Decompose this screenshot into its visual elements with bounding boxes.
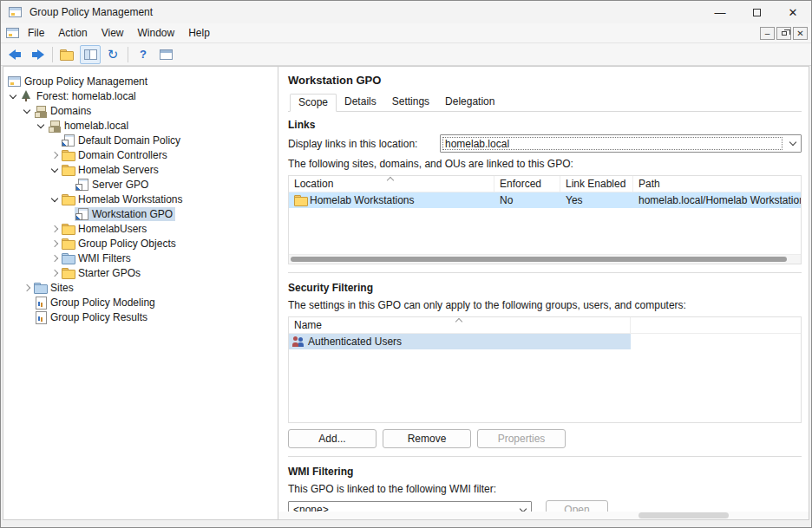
links-table-row[interactable]: Homelab Workstations No Yes homelab.loca…: [289, 192, 801, 208]
chevron-down-icon[interactable]: [21, 105, 33, 117]
console-icon: [8, 75, 21, 88]
column-header-location[interactable]: Location: [289, 176, 494, 192]
tab-delegation[interactable]: Delegation: [437, 94, 502, 111]
menu-file[interactable]: File: [21, 24, 51, 42]
tree-item-group-policy-objects[interactable]: Group Policy Objects: [3, 236, 278, 251]
tree-item-label: Starter GPOs: [78, 267, 141, 279]
scrollbar-thumb[interactable]: [638, 512, 729, 518]
minimize-button[interactable]: —: [702, 1, 738, 23]
combobox-dropdown-button[interactable]: [784, 135, 801, 152]
column-header-blank: [631, 317, 801, 333]
chevron-right-icon[interactable]: [21, 282, 33, 294]
tab-settings[interactable]: Settings: [384, 94, 437, 111]
tree-item-homelab-workstations[interactable]: Homelab Workstations: [3, 192, 278, 206]
tree-item-label: WMI Filters: [78, 252, 131, 264]
new-window-button[interactable]: [155, 45, 176, 64]
tree-item-wmi-filters[interactable]: WMI Filters: [3, 251, 278, 265]
toolbar-separator: [128, 47, 128, 62]
tree-item-group-policy-management[interactable]: Group Policy Management: [3, 74, 278, 88]
chevron-down-icon[interactable]: [35, 120, 47, 132]
detail-pane-horizontal-scrollbar[interactable]: [278, 512, 809, 519]
forward-button[interactable]: [27, 45, 48, 64]
chevron-right-icon[interactable]: [49, 252, 61, 264]
security-table-empty-area: [289, 349, 801, 422]
console-menu-icon[interactable]: [6, 27, 19, 39]
column-header-label: Enforced: [500, 178, 541, 190]
column-header-name[interactable]: Name: [289, 317, 631, 333]
tree-item-default-domain-policy[interactable]: Default Domain Policy: [3, 133, 278, 147]
up-one-level-button[interactable]: [57, 45, 78, 64]
tree-item-forest[interactable]: Forest: homelab.local: [3, 88, 278, 103]
mdi-minimize-button[interactable]: –: [760, 27, 775, 40]
security-row-label: Authenticated Users: [308, 336, 402, 348]
help-button[interactable]: ?: [133, 45, 154, 64]
column-header-enforced[interactable]: Enforced: [494, 176, 560, 192]
ou-icon: [62, 164, 75, 176]
links-table: Location Enforced Link Enabled Path Home…: [288, 175, 802, 264]
wmi-filtering-intro: This GPO is linked to the following WMI …: [288, 483, 802, 495]
menu-view[interactable]: View: [95, 24, 131, 42]
mdi-restore-button[interactable]: [776, 27, 791, 40]
column-header-link-enabled[interactable]: Link Enabled: [560, 176, 633, 192]
wmi-filters-icon: [62, 252, 75, 264]
content-area: Group Policy Management Forest: homelab.…: [1, 66, 811, 527]
forest-icon: [20, 90, 33, 102]
menu-window[interactable]: Window: [131, 24, 182, 42]
column-header-label: Location: [294, 178, 333, 190]
gpo-link-icon: [75, 208, 88, 220]
links-table-horizontal-scrollbar[interactable]: [289, 254, 801, 264]
tree-item-label: Forest: homelab.local: [36, 90, 136, 102]
maximize-button[interactable]: [738, 1, 775, 23]
cell-link-enabled: Yes: [560, 192, 633, 208]
column-header-path[interactable]: Path: [633, 176, 801, 192]
tree-item-label: Domains: [50, 105, 91, 117]
remove-button[interactable]: Remove: [383, 429, 471, 448]
mdi-close-button[interactable]: ✕: [793, 27, 808, 40]
tree-item-homelabusers[interactable]: HomelabUsers: [3, 221, 278, 236]
tab-details[interactable]: Details: [337, 94, 384, 111]
chevron-right-icon[interactable]: [49, 149, 61, 161]
location-combobox[interactable]: homelab.local: [440, 134, 802, 153]
restore-icon: [782, 31, 787, 36]
mdi-window-controls: – ✕: [760, 27, 808, 40]
tree-item-label: Workstation GPO: [92, 208, 173, 220]
tree-item-domain-controllers[interactable]: Domain Controllers: [3, 147, 278, 162]
tree-item-domains[interactable]: Domains: [3, 103, 278, 118]
tree-item-workstation-gpo[interactable]: Workstation GPO: [3, 206, 278, 221]
folder-up-icon: [60, 49, 73, 61]
chevron-right-icon[interactable]: [49, 223, 61, 235]
tree-item-label: Group Policy Objects: [78, 238, 176, 250]
column-header-label: Path: [638, 178, 660, 190]
menu-action[interactable]: Action: [51, 24, 94, 42]
gpo-folder-icon: [62, 238, 75, 250]
tree-item-homelab-servers[interactable]: Homelab Servers: [3, 162, 278, 177]
security-table-row[interactable]: Authenticated Users: [289, 334, 631, 349]
tree-item-sites[interactable]: Sites: [3, 280, 278, 295]
chevron-down-icon[interactable]: [49, 193, 61, 205]
scrollbar-thumb[interactable]: [291, 257, 787, 262]
users-group-icon: [292, 336, 305, 348]
tree-item-label: Server GPO: [92, 179, 148, 191]
tree-item-starter-gpos[interactable]: Starter GPOs: [3, 265, 278, 280]
properties-button[interactable]: Properties: [477, 429, 566, 448]
back-button[interactable]: [4, 45, 25, 64]
tree-item-group-policy-results[interactable]: Group Policy Results: [3, 310, 278, 324]
app-icon: [9, 6, 22, 18]
chevron-right-icon[interactable]: [49, 267, 61, 279]
window-title: Group Policy Management: [29, 6, 153, 18]
chevron-down-icon[interactable]: [7, 90, 19, 102]
security-filtering-intro: The settings in this GPO can only apply …: [288, 299, 802, 311]
show-console-tree-button[interactable]: [80, 45, 101, 64]
tree-item-group-policy-modeling[interactable]: Group Policy Modeling: [3, 295, 278, 310]
chevron-down-icon[interactable]: [49, 164, 61, 176]
menu-help[interactable]: Help: [181, 24, 217, 42]
group-policy-management-window: Group Policy Management — ✕ File Action …: [0, 0, 812, 528]
tree-item-server-gpo[interactable]: Server GPO: [3, 177, 278, 192]
tab-scope[interactable]: Scope: [290, 94, 337, 112]
tree-item-domain-homelab-local[interactable]: homelab.local: [3, 118, 278, 133]
close-button[interactable]: ✕: [775, 1, 811, 23]
chevron-right-icon[interactable]: [49, 238, 61, 250]
refresh-button[interactable]: ↻: [102, 45, 123, 64]
add-button[interactable]: Add...: [288, 429, 377, 448]
sites-icon: [34, 282, 47, 294]
